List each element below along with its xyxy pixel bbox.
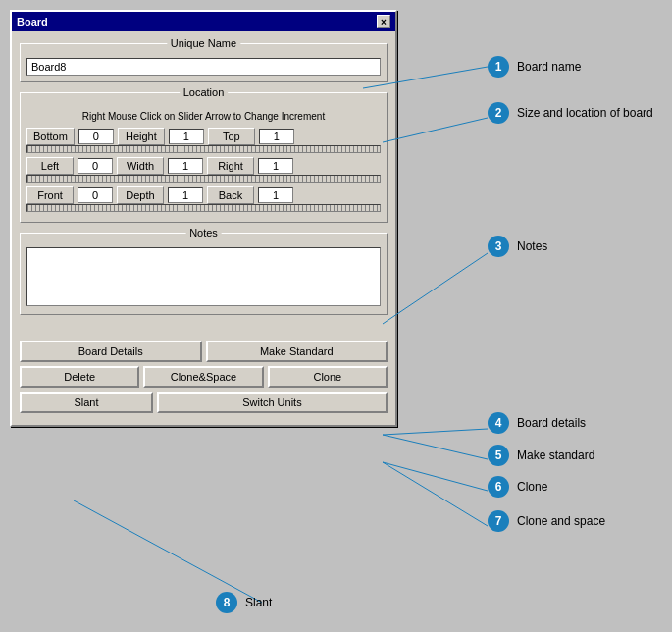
bottom-input[interactable] xyxy=(78,129,114,144)
callout-4: 4 Board details xyxy=(488,412,586,434)
clone-button[interactable]: Clone xyxy=(268,366,388,388)
callout-8: 8 Slant xyxy=(216,592,272,613)
btn-row-3: Slant Switch Units xyxy=(20,392,388,413)
slider-row-2[interactable] xyxy=(26,175,381,183)
notes-label: Notes xyxy=(185,227,222,238)
delete-button[interactable]: Delete xyxy=(20,366,139,388)
callout-circle-7: 7 xyxy=(488,510,509,532)
callout-6: 6 Clone xyxy=(488,476,547,498)
callout-1: 1 Board name xyxy=(488,56,581,78)
svg-line-6 xyxy=(383,462,488,526)
height-button[interactable]: Height xyxy=(118,128,165,145)
make-standard-button[interactable]: Make Standard xyxy=(206,341,388,362)
callout-text-1: Board name xyxy=(517,60,581,74)
front-button[interactable]: Front xyxy=(26,186,74,204)
location-hint: Right Mouse Click on Slider Arrow to Cha… xyxy=(26,111,381,122)
callout-5: 5 Make standard xyxy=(488,445,594,466)
location-row-2: Left Width Right xyxy=(26,157,381,175)
location-row-3: Front Depth Back xyxy=(26,186,381,204)
slider-row-3[interactable] xyxy=(26,204,381,212)
callout-text-4: Board details xyxy=(517,416,586,430)
callout-circle-2: 2 xyxy=(488,102,509,124)
window-body: Unique Name Location Right Mouse Click o… xyxy=(12,31,395,425)
width-input[interactable] xyxy=(168,158,203,174)
board-window: Board × Unique Name Location Right Mouse… xyxy=(10,10,397,427)
slant-button[interactable]: Slant xyxy=(20,392,153,413)
title-bar: Board × xyxy=(12,12,395,31)
callout-circle-8: 8 xyxy=(216,592,237,613)
callout-text-7: Clone and space xyxy=(517,514,605,528)
callout-circle-6: 6 xyxy=(488,476,509,498)
svg-line-1 xyxy=(383,118,488,142)
right-button[interactable]: Right xyxy=(207,157,254,175)
callout-2: 2 Size and location of board xyxy=(488,102,653,124)
callout-text-8: Slant xyxy=(245,596,272,609)
btn-row-2: Delete Clone&Space Clone xyxy=(20,366,388,388)
notes-section: Notes xyxy=(20,233,388,315)
callout-circle-5: 5 xyxy=(488,445,509,466)
right-input[interactable] xyxy=(258,158,293,174)
left-button[interactable]: Left xyxy=(26,157,74,175)
switch-units-button[interactable]: Switch Units xyxy=(157,392,388,413)
depth-button[interactable]: Depth xyxy=(117,186,164,204)
svg-line-3 xyxy=(383,429,488,435)
location-label: Location xyxy=(180,86,229,98)
svg-line-5 xyxy=(383,462,488,491)
callout-circle-1: 1 xyxy=(488,56,509,78)
svg-line-2 xyxy=(383,253,488,324)
svg-line-4 xyxy=(383,435,488,459)
callout-text-6: Clone xyxy=(517,480,547,494)
top-button[interactable]: Top xyxy=(208,128,255,145)
height-input[interactable] xyxy=(169,129,204,144)
depth-input[interactable] xyxy=(168,187,203,203)
clone-space-button[interactable]: Clone&Space xyxy=(143,366,263,388)
unique-name-section: Unique Name xyxy=(20,43,388,82)
unique-name-input[interactable] xyxy=(26,58,381,76)
callout-text-3: Notes xyxy=(517,239,547,253)
slider-row-1[interactable] xyxy=(26,145,381,153)
btn-row-1: Board Details Make Standard xyxy=(20,341,388,362)
top-input[interactable] xyxy=(259,129,294,144)
location-section: Location Right Mouse Click on Slider Arr… xyxy=(20,92,388,223)
location-row-1: Bottom Height Top xyxy=(26,128,381,145)
callout-3: 3 Notes xyxy=(488,236,547,257)
window-title: Board xyxy=(17,16,48,27)
callout-text-2: Size and location of board xyxy=(517,106,653,120)
callout-circle-3: 3 xyxy=(488,236,509,257)
unique-name-label: Unique Name xyxy=(167,37,240,49)
back-input[interactable] xyxy=(258,187,293,203)
bottom-button[interactable]: Bottom xyxy=(26,128,75,145)
left-input[interactable] xyxy=(78,158,113,174)
board-details-button[interactable]: Board Details xyxy=(20,341,202,362)
close-button[interactable]: × xyxy=(377,15,390,28)
front-input[interactable] xyxy=(78,187,113,203)
width-button[interactable]: Width xyxy=(117,157,164,175)
callout-text-5: Make standard xyxy=(517,448,594,462)
callout-circle-4: 4 xyxy=(488,412,509,434)
back-button[interactable]: Back xyxy=(207,186,254,204)
notes-textarea[interactable] xyxy=(26,247,381,306)
svg-line-7 xyxy=(74,500,262,603)
callout-7: 7 Clone and space xyxy=(488,510,605,532)
